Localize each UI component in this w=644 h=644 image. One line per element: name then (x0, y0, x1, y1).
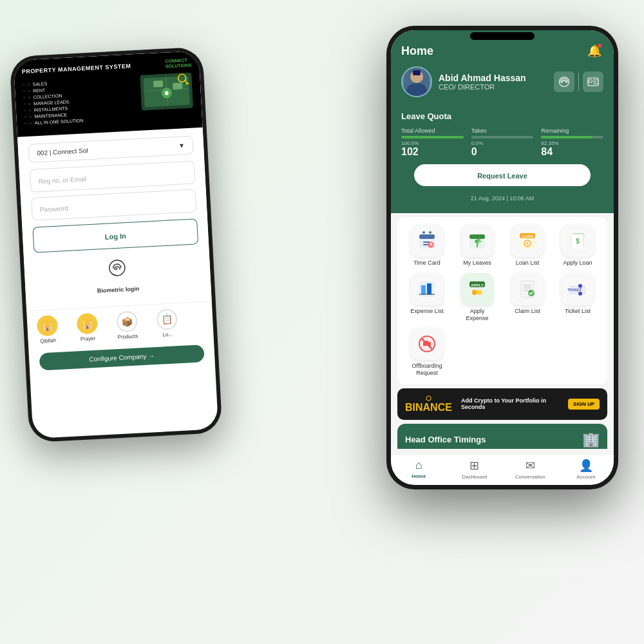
svg-text:$: $ (576, 238, 580, 245)
loan-list-icon: LOAN $ (511, 225, 544, 257)
total-progress-fill (401, 136, 464, 138)
map-illustration (137, 66, 197, 115)
app-qibllah[interactable]: 🕌 Qibllah (31, 315, 64, 345)
notification-bell[interactable]: 🔔 (585, 42, 603, 60)
fingerprint-icon[interactable] (34, 255, 200, 285)
app-lo[interactable]: 📋 Lo... (150, 308, 184, 339)
dashboard-nav-label: Dashboard (462, 474, 487, 480)
id-card-button[interactable] (583, 71, 603, 92)
user-role: CEO/ DIRECTOR (439, 83, 547, 91)
app-expense-list[interactable]: Expense List (405, 273, 449, 322)
phone2-screen: Home 🔔 (391, 30, 614, 485)
app-apply-expense[interactable]: APPLY ApplyExpense (455, 273, 499, 322)
app-apply-loan[interactable]: $ Apply Loan (556, 225, 600, 267)
my-leaves-label: My Leaves (463, 260, 491, 267)
nav-dashboard[interactable]: ⊞ Dashboard (447, 459, 503, 480)
head-office-title: Head Office Timings (405, 435, 486, 444)
taken-label: Taken (471, 128, 534, 134)
apply-expense-icon: APPLY (461, 273, 493, 305)
time-card-icon (411, 225, 443, 257)
scene: PROPERTY MANAGEMENT SYSTEM CONNECT SOLUT… (0, 0, 644, 644)
leave-taken: Taken 0.0% 0 (471, 128, 534, 158)
svg-rect-7 (173, 83, 183, 90)
app-loan-list[interactable]: LOAN $ Loan List (506, 225, 549, 267)
company-select[interactable]: 002 | Connect Sol ▼ (28, 136, 194, 163)
fingerprint-button[interactable] (554, 71, 574, 92)
time-card-label: Time Card (413, 260, 440, 267)
total-pct: 100.0% (401, 140, 464, 146)
qibllah-label: Qibllah (40, 337, 56, 344)
app-offboarding[interactable]: OffboardingRequest (405, 328, 449, 377)
svg-text:LOAN: LOAN (522, 234, 533, 238)
app-grid-section: Time Card (397, 217, 607, 384)
svg-point-18 (589, 80, 592, 83)
nav-conversation[interactable]: ✉ Conversation (502, 459, 558, 480)
apply-expense-label: ApplyExpense (466, 308, 488, 322)
account-nav-icon: 👤 (579, 459, 593, 473)
taken-value: 0 (471, 146, 534, 158)
expense-list-icon (411, 273, 443, 305)
svg-rect-45 (427, 283, 431, 294)
leave-total: Total Allowed 100.0% 102 (401, 128, 464, 158)
leave-quota-section: Leave Quota Total Allowed 100.0% 102 Tak… (391, 105, 614, 213)
request-leave-button[interactable]: Request Leave (414, 164, 591, 186)
svg-rect-27 (423, 244, 428, 245)
expense-list-label: Expense List (410, 308, 444, 315)
configure-button-label: Configure Company → (89, 352, 155, 363)
remaining-progress-fill (541, 136, 592, 138)
banner-section: PROPERTY MANAGEMENT SYSTEM CONNECT SOLUT… (14, 51, 203, 137)
total-value: 102 (401, 146, 464, 158)
svg-rect-15 (413, 70, 421, 75)
login-button[interactable]: Log In (32, 219, 198, 253)
head-office-section: Head Office Timings 🏢 (397, 424, 607, 449)
my-leaves-icon (461, 225, 493, 257)
email-field[interactable]: Reg no. or Email (30, 161, 196, 193)
total-progress-bar (401, 136, 464, 138)
nav-home[interactable]: ⌂ Home (391, 459, 447, 480)
app-claim-list[interactable]: Claim List (506, 273, 549, 322)
account-nav-label: Account (576, 474, 595, 480)
home-title: Home (401, 44, 433, 58)
svg-rect-66 (426, 341, 428, 343)
email-placeholder: Reg no. or Email (38, 176, 86, 185)
app-my-leaves[interactable]: My Leaves (455, 225, 499, 267)
home-topbar: Home 🔔 (401, 42, 603, 60)
divider (578, 73, 579, 91)
phone1-login: PROPERTY MANAGEMENT SYSTEM CONNECT SOLUT… (10, 47, 223, 443)
configure-button[interactable]: Configure Company → (39, 345, 205, 370)
apply-loan-icon: $ (562, 225, 594, 257)
notification-badge (597, 43, 602, 48)
products-label: Products (118, 334, 138, 341)
conversation-nav-icon: ✉ (526, 459, 535, 473)
claim-list-label: Claim List (515, 308, 540, 315)
app-products[interactable]: 📦 Products (110, 310, 144, 341)
app-ticket-list[interactable]: TICKET Ticket List (556, 273, 600, 322)
svg-point-60 (578, 292, 582, 296)
dashboard-nav-icon: ⊞ (469, 459, 479, 473)
chevron-down-icon: ▼ (178, 142, 185, 150)
password-field[interactable]: Password (31, 189, 197, 221)
app-time-card[interactable]: Time Card (405, 225, 449, 267)
home-header: Home 🔔 (391, 30, 614, 105)
home-nav-label: Home (412, 473, 426, 479)
remaining-label: Remaining (541, 128, 603, 134)
signup-button[interactable]: SIGN UP (568, 399, 600, 410)
remaining-value: 84 (541, 146, 603, 158)
biometric-label: Biometric login (97, 286, 140, 294)
svg-text:APPLY: APPLY (471, 283, 483, 287)
password-placeholder: Password (40, 205, 68, 213)
ticket-list-label: Ticket List (565, 308, 591, 315)
products-icon: 📦 (116, 311, 138, 333)
svg-point-11 (109, 260, 125, 276)
app-prayer[interactable]: 🕌 Prayer (71, 313, 104, 343)
ad-banner: ⬡ BINANCE Add Crypto to Your Portfolio i… (397, 388, 607, 420)
offboarding-icon (411, 328, 443, 360)
lo-label: Lo... (162, 332, 173, 338)
date-time-text: 21 Aug, 2024 | 10:06 AM (471, 195, 534, 202)
ticket-list-icon: TICKET (562, 273, 594, 305)
loan-list-label: Loan List (516, 260, 540, 267)
prayer-icon: 🕌 (77, 313, 99, 335)
remaining-pct: 82.35% (541, 140, 603, 146)
nav-account[interactable]: 👤 Account (558, 459, 614, 480)
ad-text: Add Crypto to Your Portfolio in Seconds (461, 397, 559, 410)
